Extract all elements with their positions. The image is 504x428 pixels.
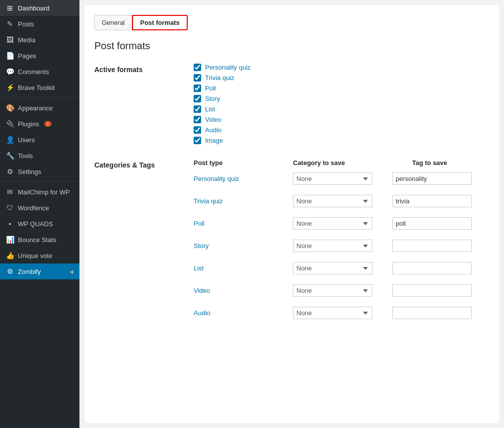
- sidebar-item-tools[interactable]: 🔧 Tools: [0, 148, 79, 164]
- pages-icon: 📄: [6, 52, 14, 60]
- label-audio[interactable]: Audio: [205, 126, 221, 134]
- active-formats-label: Active formats: [94, 64, 194, 74]
- plugins-icon: 🔌: [6, 120, 14, 128]
- select-category-list[interactable]: None: [293, 262, 372, 274]
- row-label-personality-quiz: Personality quiz: [194, 175, 293, 182]
- sidebar-item-dashboard[interactable]: ⊞ Dashboard: [0, 0, 79, 16]
- checkbox-poll[interactable]: [194, 85, 201, 92]
- header-post-type: Post type: [194, 159, 293, 167]
- plugins-badge: 1: [44, 121, 52, 127]
- sidebar-item-uniquevote[interactable]: 👍 Unique vote: [0, 248, 79, 263]
- row-label-story: Story: [194, 242, 293, 250]
- format-image: Image: [194, 137, 489, 144]
- input-tag-video[interactable]: [392, 284, 472, 297]
- table-row: Personality quiz None: [194, 172, 504, 185]
- format-trivia-quiz: Trivia quiz: [194, 74, 489, 82]
- checkbox-list[interactable]: [194, 105, 201, 113]
- sidebar-item-brave-toolkit[interactable]: ⚡ Brave Toolkit: [0, 80, 79, 95]
- categories-section: Categories & Tags Post type Category to …: [94, 159, 489, 329]
- row-label-poll: Poll: [194, 220, 293, 227]
- sidebar-item-comments[interactable]: 💬 Comments: [0, 64, 79, 80]
- table-row: List None: [194, 262, 504, 274]
- sidebar-item-appearance[interactable]: 🎨 Appearance: [0, 100, 79, 116]
- active-formats-section: Active formats Personality quiz Trivia q…: [94, 64, 489, 147]
- categories-content: Post type Category to save Tag to save P…: [194, 159, 504, 329]
- table-row: Trivia quiz None: [194, 195, 504, 207]
- media-icon: 🖼: [6, 36, 14, 44]
- sidebar-item-bouncestats[interactable]: 📊 Bounce Stats: [0, 232, 79, 248]
- input-tag-story[interactable]: [392, 240, 472, 252]
- table-row: Poll None: [194, 217, 504, 230]
- uniquevote-icon: 👍: [6, 252, 14, 259]
- label-video[interactable]: Video: [205, 116, 221, 123]
- wpquads-icon: ▪: [6, 220, 14, 228]
- label-personality-quiz[interactable]: Personality quiz: [205, 64, 251, 71]
- sidebar-item-pages[interactable]: 📄 Pages: [0, 48, 79, 64]
- label-trivia-quiz[interactable]: Trivia quiz: [205, 74, 234, 82]
- row-label-list: List: [194, 264, 293, 272]
- format-video: Video: [194, 116, 489, 123]
- appearance-icon: 🎨: [6, 104, 14, 112]
- table-row: Audio None: [194, 307, 504, 319]
- select-category-audio[interactable]: None: [293, 307, 372, 319]
- format-personality-quiz: Personality quiz: [194, 64, 489, 71]
- sidebar-item-wordfence[interactable]: 🛡 Wordfence: [0, 200, 79, 216]
- sidebar-item-zombify[interactable]: ⚙ Zombify ◀: [0, 263, 79, 279]
- select-category-trivia-quiz[interactable]: None: [293, 195, 372, 207]
- select-category-poll[interactable]: None: [293, 217, 372, 230]
- input-tag-list[interactable]: [392, 262, 472, 274]
- users-icon: 👤: [6, 136, 14, 144]
- label-list[interactable]: List: [205, 105, 215, 113]
- input-tag-trivia-quiz[interactable]: [392, 195, 472, 207]
- sidebar-item-wpquads[interactable]: ▪ WP QUADS: [0, 216, 79, 232]
- main-content: General Post formats Post formats Active…: [79, 0, 504, 428]
- toolkit-icon: ⚡: [6, 84, 14, 91]
- input-tag-poll[interactable]: [392, 217, 472, 230]
- settings-icon: ⚙: [6, 168, 14, 175]
- checkbox-video[interactable]: [194, 116, 201, 123]
- label-story[interactable]: Story: [205, 95, 220, 102]
- table-row: Video None: [194, 284, 504, 297]
- sidebar-item-plugins[interactable]: 🔌 Plugins 1: [0, 116, 79, 132]
- format-story: Story: [194, 95, 489, 102]
- sidebar-item-mailchimp[interactable]: ✉ MailChimp for WP: [0, 184, 79, 200]
- format-list: List: [194, 105, 489, 113]
- input-tag-personality-quiz[interactable]: [392, 172, 472, 185]
- select-category-personality-quiz[interactable]: None: [293, 172, 372, 185]
- format-poll: Poll: [194, 85, 489, 92]
- sidebar-item-settings[interactable]: ⚙ Settings: [0, 164, 79, 179]
- sidebar-divider: [0, 97, 79, 98]
- mailchimp-icon: ✉: [6, 188, 14, 196]
- zombify-icon: ⚙: [6, 267, 14, 275]
- sidebar-item-media[interactable]: 🖼 Media: [0, 32, 79, 48]
- select-category-video[interactable]: None: [293, 284, 372, 297]
- sidebar-item-posts[interactable]: ✎ Posts: [0, 16, 79, 32]
- active-formats-list: Personality quiz Trivia quiz Poll Story …: [194, 64, 489, 147]
- wordfence-icon: 🛡: [6, 204, 14, 212]
- tools-icon: 🔧: [6, 152, 14, 160]
- categories-label: Categories & Tags: [94, 159, 194, 169]
- comments-icon: 💬: [6, 68, 14, 76]
- checkbox-audio[interactable]: [194, 126, 201, 134]
- sidebar-item-users[interactable]: 👤 Users: [0, 132, 79, 148]
- tab-bar: General Post formats: [94, 15, 489, 30]
- header-tag: Tag to save: [412, 159, 504, 167]
- label-image[interactable]: Image: [205, 137, 223, 144]
- select-category-story[interactable]: None: [293, 240, 372, 252]
- tab-post-formats[interactable]: Post formats: [132, 15, 187, 30]
- input-tag-audio[interactable]: [392, 307, 472, 319]
- row-label-trivia-quiz: Trivia quiz: [194, 197, 293, 205]
- checkbox-story[interactable]: [194, 95, 201, 102]
- checkbox-personality-quiz[interactable]: [194, 64, 201, 71]
- table-row: Story None: [194, 240, 504, 252]
- row-label-audio: Audio: [194, 309, 293, 317]
- header-category: Category to save: [293, 159, 392, 167]
- table-header: Post type Category to save Tag to save: [194, 159, 504, 167]
- label-poll[interactable]: Poll: [205, 85, 216, 92]
- sidebar: ⊞ Dashboard ✎ Posts 🖼 Media 📄 Pages 💬 Co…: [0, 0, 79, 428]
- checkbox-image[interactable]: [194, 137, 201, 144]
- checkbox-trivia-quiz[interactable]: [194, 74, 201, 82]
- bouncestats-icon: 📊: [6, 236, 14, 244]
- format-audio: Audio: [194, 126, 489, 134]
- tab-general[interactable]: General: [94, 15, 132, 30]
